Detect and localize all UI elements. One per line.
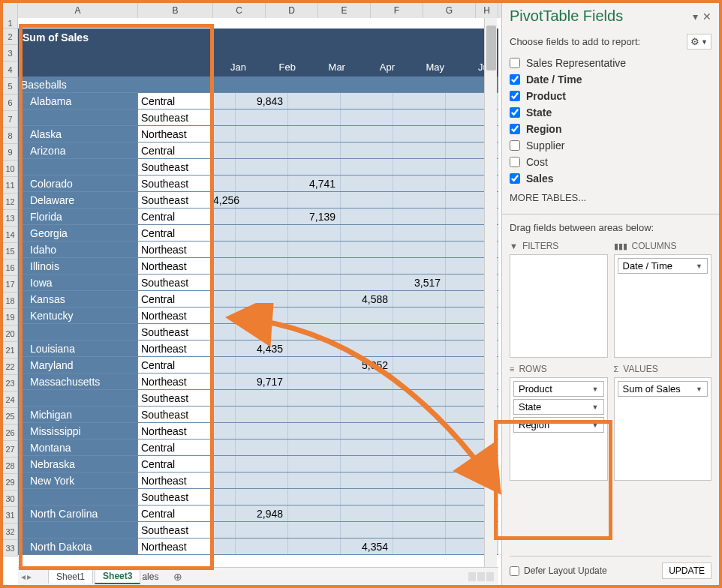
row-number[interactable]: 24 bbox=[3, 392, 18, 408]
value-cell[interactable]: 9,717 bbox=[236, 374, 288, 389]
value-cell[interactable] bbox=[341, 506, 393, 521]
value-cell[interactable] bbox=[393, 423, 446, 439]
vertical-scrollbar[interactable] bbox=[484, 18, 497, 568]
rows-pill[interactable]: Region▼ bbox=[513, 417, 604, 433]
row-number[interactable]: 7 bbox=[3, 111, 18, 128]
region-cell[interactable]: Central bbox=[138, 506, 213, 521]
field-checkbox[interactable] bbox=[510, 140, 520, 151]
columns-dropzone[interactable]: Date / Time▼ bbox=[614, 254, 712, 358]
value-cell[interactable] bbox=[341, 192, 393, 208]
value-cell[interactable]: 3,517 bbox=[393, 274, 446, 290]
state-cell[interactable]: Mississippi bbox=[18, 423, 138, 439]
value-cell[interactable] bbox=[236, 142, 288, 158]
row-number[interactable]: 13 bbox=[3, 210, 18, 226]
sheet-tab-inactive[interactable]: Sheet1 bbox=[48, 569, 93, 584]
region-cell[interactable]: Southeast bbox=[138, 522, 213, 538]
value-cell[interactable] bbox=[236, 274, 288, 290]
region-cell[interactable]: Southeast bbox=[138, 406, 213, 422]
state-cell[interactable]: North Dakota bbox=[18, 538, 138, 554]
field-checkbox[interactable] bbox=[510, 107, 520, 118]
pivot-data-row[interactable]: Southeast bbox=[18, 390, 498, 406]
state-cell[interactable]: Illinois bbox=[18, 258, 138, 274]
value-cell[interactable] bbox=[393, 258, 446, 274]
value-cell[interactable] bbox=[213, 242, 236, 257]
value-cell[interactable] bbox=[393, 472, 446, 488]
value-cell[interactable] bbox=[288, 242, 341, 257]
value-cell[interactable] bbox=[393, 208, 446, 224]
state-cell[interactable]: Kentucky bbox=[18, 308, 138, 323]
value-cell[interactable] bbox=[236, 489, 288, 505]
value-cell[interactable] bbox=[213, 357, 236, 373]
value-cell[interactable] bbox=[213, 489, 236, 505]
row-number[interactable]: 31 bbox=[3, 507, 18, 524]
state-cell[interactable] bbox=[18, 522, 138, 538]
value-cell[interactable] bbox=[236, 258, 288, 274]
value-cell[interactable] bbox=[393, 506, 446, 521]
row-number[interactable]: 11 bbox=[3, 177, 18, 194]
pivot-data-row[interactable]: LouisianaNortheast4,435 bbox=[18, 340, 498, 357]
row-number[interactable]: 15 bbox=[3, 243, 18, 260]
value-cell[interactable] bbox=[288, 340, 341, 356]
value-cell[interactable] bbox=[236, 242, 288, 257]
value-cell[interactable] bbox=[341, 159, 393, 175]
value-cell[interactable] bbox=[288, 440, 341, 455]
value-cell[interactable] bbox=[236, 472, 288, 488]
field-item[interactable]: Region bbox=[510, 122, 711, 136]
value-cell[interactable] bbox=[393, 538, 446, 554]
value-cell[interactable] bbox=[236, 208, 288, 224]
row-number[interactable]: 5 bbox=[3, 78, 18, 94]
row-number[interactable]: 6 bbox=[3, 94, 18, 111]
value-cell[interactable] bbox=[341, 324, 393, 340]
value-cell[interactable] bbox=[288, 110, 341, 125]
pivot-data-row[interactable]: MassachusettsNortheast9,717 bbox=[18, 374, 498, 390]
row-number[interactable]: 8 bbox=[3, 128, 18, 144]
value-cell[interactable] bbox=[213, 176, 236, 191]
value-cell[interactable] bbox=[236, 456, 288, 472]
region-cell[interactable]: Northeast bbox=[138, 374, 213, 389]
value-cell[interactable] bbox=[288, 522, 341, 538]
state-cell[interactable]: Montana bbox=[18, 440, 138, 455]
state-cell[interactable]: Maryland bbox=[18, 357, 138, 373]
region-cell[interactable]: Northeast bbox=[138, 423, 213, 439]
row-number[interactable]: 9 bbox=[3, 144, 18, 160]
value-cell[interactable] bbox=[288, 423, 341, 439]
region-cell[interactable]: Southeast bbox=[138, 176, 213, 191]
state-cell[interactable] bbox=[18, 324, 138, 340]
col-header-F[interactable]: F bbox=[371, 3, 423, 18]
state-cell[interactable]: Nebraska bbox=[18, 456, 138, 472]
value-cell[interactable] bbox=[288, 126, 341, 142]
value-cell[interactable] bbox=[213, 406, 236, 422]
row-number[interactable]: 21 bbox=[3, 342, 18, 358]
field-item[interactable]: Product bbox=[510, 88, 711, 104]
field-checkbox[interactable] bbox=[510, 124, 520, 134]
row-number[interactable]: 25 bbox=[3, 408, 18, 424]
region-cell[interactable]: Central bbox=[138, 291, 213, 307]
value-cell[interactable] bbox=[341, 472, 393, 488]
value-cell[interactable] bbox=[213, 522, 236, 538]
state-cell[interactable]: North Carolina bbox=[18, 506, 138, 521]
row-number[interactable]: 16 bbox=[3, 260, 18, 276]
value-cell[interactable] bbox=[213, 423, 236, 439]
value-cell[interactable] bbox=[236, 406, 288, 422]
value-cell[interactable] bbox=[236, 192, 288, 208]
col-header-H[interactable]: H bbox=[476, 3, 498, 18]
values-pill[interactable]: Sum of Sales▼ bbox=[618, 381, 708, 397]
state-cell[interactable] bbox=[18, 159, 138, 175]
value-cell[interactable] bbox=[393, 176, 446, 191]
col-header-B[interactable]: B bbox=[138, 3, 213, 18]
pivot-data-row[interactable]: FloridaCentral7,139 bbox=[18, 208, 498, 225]
value-cell[interactable] bbox=[341, 274, 393, 290]
region-cell[interactable]: Southeast bbox=[138, 390, 213, 406]
value-cell[interactable] bbox=[288, 406, 341, 422]
value-cell[interactable] bbox=[341, 489, 393, 505]
pivot-data-row[interactable]: NebraskaCentral bbox=[18, 456, 498, 472]
pivot-data-row[interactable]: AlabamaCentral9,843 bbox=[18, 93, 498, 110]
value-cell[interactable] bbox=[393, 324, 446, 340]
add-sheet-button[interactable]: ⊕ bbox=[173, 571, 182, 583]
field-item[interactable]: Sales bbox=[510, 171, 711, 186]
pivot-data-row[interactable]: New YorkNortheast bbox=[18, 472, 498, 489]
value-cell[interactable] bbox=[341, 142, 393, 158]
field-item[interactable]: Date / Time bbox=[510, 72, 711, 87]
value-cell[interactable] bbox=[341, 340, 393, 356]
pane-close-icon[interactable]: ✕ bbox=[702, 10, 711, 22]
